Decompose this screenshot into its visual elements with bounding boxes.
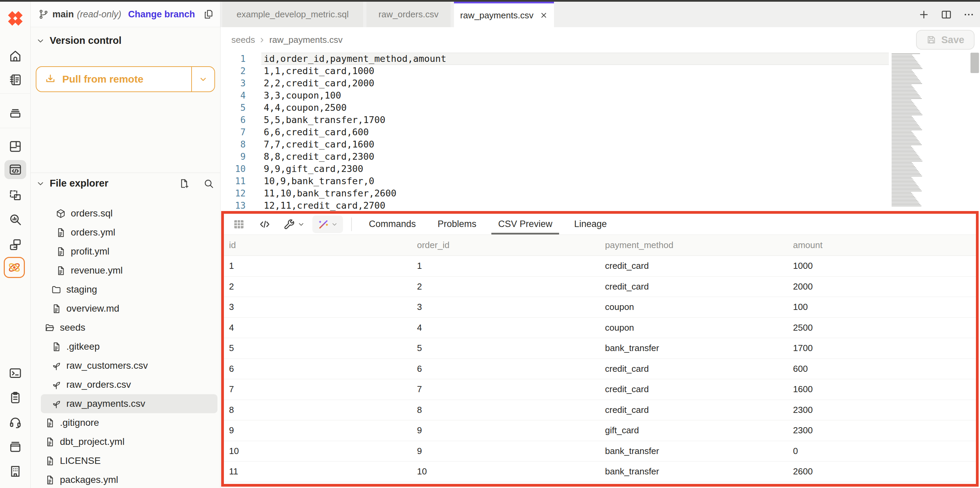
dbt-ide-window: main (read-only) Change branch Version c… <box>0 0 980 488</box>
csv-row: 1110bank_transfer2600 <box>224 461 976 482</box>
minimap-line <box>891 67 921 68</box>
csv-row: 88credit_card2300 <box>224 400 976 421</box>
toolbar-divider <box>351 217 352 231</box>
minimap-line <box>891 81 920 81</box>
more-options-ellipsis-icon[interactable] <box>963 9 975 21</box>
pull-dropdown-caret[interactable] <box>191 67 215 92</box>
file-item[interactable]: .gitignore <box>41 413 218 432</box>
minimap-line <box>891 168 916 168</box>
file-item[interactable]: LICENSE <box>41 451 218 471</box>
file-item[interactable]: seeds <box>41 318 218 337</box>
column-header[interactable]: payment_method <box>600 240 788 250</box>
canvas-icon[interactable] <box>7 187 24 204</box>
editor-tab[interactable]: raw_payments.csv <box>454 2 554 27</box>
code-line: 5,5,bank_transfer,1700 <box>264 114 888 126</box>
minimap-line <box>891 93 918 93</box>
headset-support-icon[interactable] <box>7 414 24 431</box>
minimap-line <box>891 106 916 107</box>
file-item[interactable]: raw_payments.csv <box>41 394 218 413</box>
results-table-icon[interactable] <box>233 218 245 230</box>
version-control-header[interactable]: Version control <box>36 35 121 46</box>
code-editor[interactable]: 12345678910111213 id,order_id,payment_me… <box>221 53 980 211</box>
file-item[interactable]: overview.md <box>41 299 218 318</box>
file-item[interactable]: orders.yml <box>41 223 218 242</box>
editor-scrollbar[interactable] <box>970 53 979 211</box>
magic-wand-icon <box>318 219 329 230</box>
notebook-icon[interactable] <box>7 72 24 88</box>
compiled-code-icon[interactable] <box>259 218 271 230</box>
column-header[interactable]: order_id <box>412 240 600 250</box>
editor-tab[interactable]: example_develop_metric.sql <box>222 2 363 27</box>
file-item[interactable]: packages.yml <box>41 471 218 488</box>
minimap-line <box>891 176 922 176</box>
panel-tab-csv-preview[interactable]: CSV Preview <box>487 214 563 234</box>
pull-button-label: Pull from remote <box>62 73 143 85</box>
minimap-line <box>891 151 915 152</box>
chevron-down-icon[interactable] <box>298 220 305 228</box>
minimap-line <box>891 198 915 198</box>
code-line: 3,3,coupon,100 <box>264 89 888 101</box>
panel-tab-problems[interactable]: Problems <box>427 214 487 234</box>
file-item[interactable]: revenue.yml <box>41 261 218 280</box>
terminal-icon[interactable] <box>7 365 24 381</box>
bottom-panel-toolbar: CommandsProblemsCSV PreviewLineage <box>224 214 976 234</box>
file-name: packages.yml <box>60 474 118 485</box>
search-icon[interactable] <box>203 178 214 189</box>
file-icon <box>45 418 55 428</box>
file-item[interactable]: profit.yml <box>41 242 218 261</box>
line-number-gutter: 12345678910111213 <box>221 53 258 211</box>
minimap-line <box>891 193 912 194</box>
apps-windows-icon[interactable] <box>7 236 24 253</box>
panel-tab-lineage[interactable]: Lineage <box>563 214 617 234</box>
panel-tab-commands[interactable]: Commands <box>358 214 427 234</box>
pull-from-remote-button[interactable]: Pull from remote <box>36 66 215 92</box>
file-item[interactable]: orders.sql <box>41 204 218 223</box>
minimap-line <box>891 108 917 108</box>
split-editor-icon[interactable] <box>940 9 952 21</box>
breadcrumb-folder[interactable]: seeds <box>231 35 255 45</box>
file-item[interactable]: raw_customers.csv <box>41 356 218 375</box>
minimap-line <box>891 57 914 58</box>
column-header[interactable]: amount <box>788 240 976 250</box>
minimap-line <box>891 94 919 95</box>
editor-minimap[interactable] <box>891 53 970 207</box>
column-header[interactable]: id <box>224 240 412 250</box>
stack-icon[interactable] <box>7 105 24 121</box>
csv-cell: 2 <box>412 281 600 292</box>
file-explorer-header[interactable]: File explorer <box>36 178 214 189</box>
branch-header: main (read-only) Change branch <box>30 2 220 27</box>
file-item[interactable]: dbt_project.yml <box>41 432 218 451</box>
organization-building-icon[interactable] <box>7 463 24 480</box>
build-wrench-icon[interactable] <box>283 218 295 230</box>
clipboard-icon[interactable] <box>7 390 24 406</box>
line-number: 1 <box>221 53 258 65</box>
minimap-line <box>891 75 916 76</box>
minimap-line <box>891 119 914 119</box>
scrollbar-thumb[interactable] <box>970 53 979 73</box>
file-item[interactable]: .gitkeep <box>41 337 218 356</box>
save-button[interactable]: Save <box>916 30 975 50</box>
minimap-line <box>891 101 912 101</box>
csv-cell: 6 <box>412 364 600 374</box>
editor-header: seeds raw_payments.csv Save <box>221 27 980 53</box>
minimap-line <box>891 90 916 91</box>
explore-query-icon[interactable] <box>7 211 24 228</box>
editor-content[interactable]: id,order_id,payment_method,amount1,1,cre… <box>264 53 888 211</box>
minimap-line <box>891 117 913 118</box>
change-branch-link[interactable]: Change branch <box>128 9 195 20</box>
ai-atom-icon[interactable] <box>4 257 25 278</box>
ai-magic-wand-button[interactable] <box>312 215 343 233</box>
code-editor-icon-active[interactable] <box>5 160 26 179</box>
minimap-line <box>891 120 915 120</box>
book-docs-icon[interactable] <box>7 439 24 455</box>
new-file-icon[interactable] <box>179 178 189 189</box>
file-item[interactable]: staging <box>41 280 218 299</box>
minimap-line <box>891 64 920 65</box>
home-icon[interactable] <box>7 48 24 64</box>
close-icon[interactable] <box>540 11 548 19</box>
dashboard-icon[interactable] <box>7 138 24 155</box>
file-item[interactable]: raw_orders.csv <box>41 375 218 394</box>
copy-docs-icon[interactable] <box>203 9 214 20</box>
editor-tab[interactable]: raw_orders.csv <box>366 2 450 27</box>
new-tab-plus-icon[interactable] <box>918 9 930 21</box>
